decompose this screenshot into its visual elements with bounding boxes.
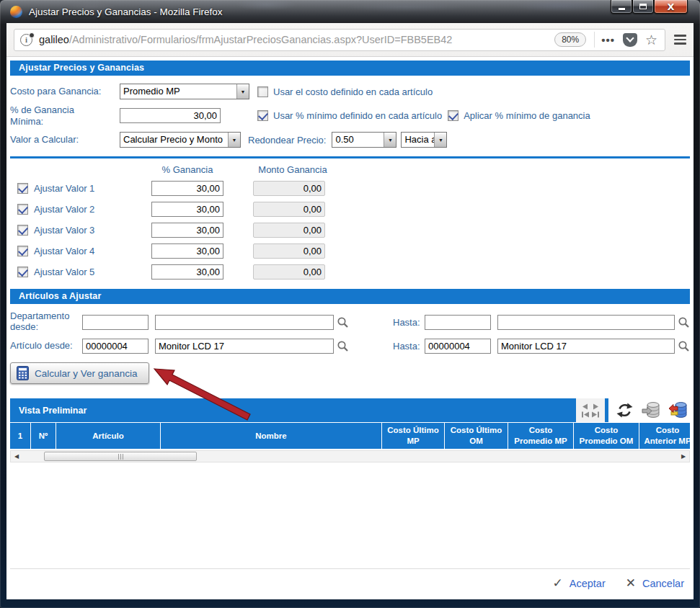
minimize-button[interactable] [611, 0, 632, 14]
pct-ganancia-5-input[interactable] [151, 264, 223, 280]
ajustar-valor-3-checkbox[interactable] [17, 225, 28, 236]
col-monto-ganancia-header: Monto Ganancia [253, 164, 332, 175]
scrollbar-thumb[interactable] [44, 452, 197, 461]
articulo-hasta-codigo-input[interactable] [425, 339, 491, 354]
departamento-desde-codigo-input[interactable] [82, 315, 149, 330]
title-bar[interactable]: Ajustar Precios y Ganancias - Mozilla Fi… [6, 0, 694, 23]
x-icon: ✕ [626, 577, 636, 589]
costo-para-ganancia-value: Promedio MP [120, 84, 236, 99]
grid-header-costo-promedio-om[interactable]: Costo Promedio OM [574, 423, 639, 449]
site-info-icon[interactable]: i [20, 34, 32, 46]
ajustar-valor-1-checkbox[interactable] [17, 183, 28, 194]
articulo-desde-nombre-input[interactable] [155, 339, 334, 354]
close-button[interactable]: X [654, 0, 688, 14]
pocket-icon[interactable] [623, 33, 637, 47]
chevron-down-icon: ▼ [434, 133, 446, 147]
section-header-articulos: Artículos a Ajustar [10, 289, 690, 304]
ajustar-valor-5-label: Ajustar Valor 5 [34, 267, 151, 277]
database-export-icon[interactable] [642, 401, 660, 420]
valor-row-3: Ajustar Valor 3 [10, 223, 690, 238]
firefox-window: Ajustar Precios y Ganancias - Mozilla Fi… [0, 0, 700, 608]
page-prev-next-icons [581, 403, 600, 410]
grid-header-row: 1 Nº Artículo Nombre Costo Último MP Cos… [10, 423, 690, 449]
menu-icon[interactable] [674, 32, 686, 47]
cancelar-button[interactable]: ✕ Cancelar [626, 577, 684, 589]
check-icon: ✓ [552, 577, 562, 589]
close-icon: X [667, 1, 674, 12]
grid-header-costo-promedio-mp[interactable]: Costo Promedio MP [508, 423, 573, 449]
search-icon[interactable] [678, 340, 690, 352]
monto-ganancia-3-input [253, 223, 325, 238]
form-page: Ajustar Precios y Ganancias Costo para G… [6, 57, 694, 599]
grid-header-rownum: 1 [10, 423, 30, 449]
costo-para-ganancia-label: Costo para Ganancia: [10, 86, 120, 97]
zoom-level-badge[interactable]: 80% [554, 32, 586, 47]
grid-header-costo-ultimo-om[interactable]: Costo Último OM [445, 423, 508, 449]
ajustar-valor-4-checkbox[interactable] [17, 246, 28, 256]
redondear-precio-label: Redondear Precio: [248, 135, 326, 146]
ajustar-valor-2-label: Ajustar Valor 2 [34, 204, 151, 215]
search-icon[interactable] [678, 316, 690, 328]
url-text[interactable]: galileo/Administrativo/Formularios/frmAj… [39, 34, 550, 45]
ganancia-minima-input[interactable] [120, 108, 221, 123]
grid-header-articulo[interactable]: Artículo [56, 423, 160, 449]
articulo-desde-label: Artículo desde: [10, 341, 82, 352]
monto-ganancia-2-input [253, 202, 325, 217]
departamento-hasta-codigo-input[interactable] [425, 315, 491, 330]
pct-ganancia-1-input[interactable] [151, 181, 223, 196]
cancelar-label: Cancelar [642, 578, 684, 589]
articulo-hasta-label: Hasta: [393, 341, 425, 352]
valor-row-4: Ajustar Valor 4 [10, 243, 690, 259]
usar-costo-articulo-label: Usar el costo definido en cada artículo [273, 86, 433, 97]
aplicar-minimo-label: Aplicar % mínimo de ganancia [464, 110, 590, 121]
valor-row-5: Ajustar Valor 5 [10, 264, 690, 280]
bookmark-star-icon[interactable]: ☆ [645, 33, 657, 47]
pct-ganancia-4-input[interactable] [151, 243, 223, 259]
pct-ganancia-3-input[interactable] [151, 223, 223, 238]
pager-control[interactable] [576, 398, 605, 422]
browser-toolbar: i galileo/Administrativo/Formularios/frm… [6, 23, 694, 57]
calcular-ver-ganancia-button[interactable]: Calcular y Ver ganancia [10, 362, 149, 384]
aceptar-button[interactable]: ✓ Aceptar [552, 577, 605, 589]
valor-a-calcular-select[interactable]: Calcular Precio y Monto ▼ [120, 132, 241, 148]
articulo-hasta-nombre-input[interactable] [497, 339, 675, 354]
departamento-hasta-nombre-input[interactable] [497, 315, 675, 330]
monto-ganancia-1-input [253, 181, 325, 196]
url-host: galileo [39, 34, 69, 45]
database-import-icon[interactable] [668, 401, 687, 420]
redondear-precio-select[interactable]: 0.50 ▼ [332, 132, 396, 148]
departamento-desde-label: Departamentodesde: [10, 311, 82, 333]
grid-header-costo-ultimo-mp[interactable]: Costo Último MP [382, 423, 444, 449]
valor-a-calcular-label: Valor a Calcular: [10, 134, 120, 146]
refresh-icon[interactable] [616, 401, 634, 419]
search-icon[interactable] [337, 340, 349, 352]
grid-header-numero[interactable]: Nº [31, 423, 56, 449]
scroll-right-icon[interactable]: ▶ [678, 453, 689, 460]
grid-header-costo-anterior-mp[interactable]: Costo Anterior MP [639, 423, 690, 449]
articulo-desde-codigo-input[interactable] [82, 339, 149, 354]
direccion-redondeo-select[interactable]: Hacia arriba ▼ [401, 132, 447, 148]
usar-costo-articulo-checkbox[interactable] [257, 86, 268, 97]
search-icon[interactable] [337, 316, 349, 328]
section-header-ajustes: Ajustar Precios y Ganancias [10, 61, 690, 76]
horizontal-scrollbar[interactable]: ◀ ▶ [10, 450, 690, 462]
maximize-button[interactable] [632, 0, 654, 14]
departamento-desde-nombre-input[interactable] [155, 315, 334, 330]
aplicar-minimo-checkbox[interactable] [448, 110, 458, 121]
usar-minimo-articulo-checkbox[interactable] [257, 110, 268, 121]
costo-para-ganancia-select[interactable]: Promedio MP ▼ [120, 84, 249, 99]
valor-a-calcular-value: Calcular Precio y Monto [120, 133, 228, 147]
page-actions-icon[interactable]: ••• [601, 34, 615, 46]
scroll-left-icon[interactable]: ◀ [11, 453, 22, 460]
url-bar[interactable]: i galileo/Administrativo/Formularios/frm… [14, 29, 665, 51]
aceptar-label: Aceptar [570, 578, 606, 589]
grid-header-nombre[interactable]: Nombre [161, 423, 381, 449]
window-title: Ajustar Precios y Ganancias - Mozilla Fi… [29, 6, 223, 17]
ajustar-valor-5-checkbox[interactable] [17, 267, 28, 277]
minimize-icon [619, 8, 625, 10]
monto-ganancia-5-input [253, 264, 325, 280]
maximize-icon [639, 4, 647, 9]
chevron-down-icon: ▼ [236, 84, 249, 99]
ajustar-valor-2-checkbox[interactable] [17, 204, 28, 215]
pct-ganancia-2-input[interactable] [151, 202, 223, 217]
